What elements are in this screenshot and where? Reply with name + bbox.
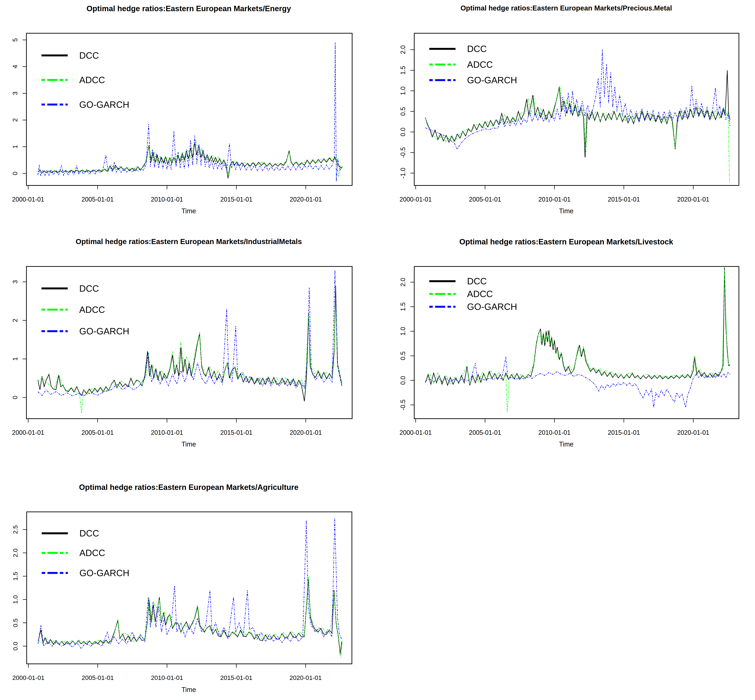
chart-canvas-energy: 2000-01-012005-01-012010-01-012015-01-01… [0, 0, 378, 233]
plot-border [414, 266, 739, 419]
x-tick-label: 2005-01-01 [469, 196, 501, 203]
x-tick-label: 2020-01-01 [290, 196, 322, 203]
x-tick-label: 2010-01-01 [151, 429, 183, 436]
x-tick-label: 2020-01-01 [290, 429, 322, 436]
legend-label-dcc: DCC [467, 44, 487, 54]
x-tick-label: 2020-01-01 [677, 196, 709, 203]
x-tick-label: 2000-01-01 [12, 674, 44, 681]
chart-panel-agriculture: Optimal hedge ratios:Eastern European Ma… [0, 466, 378, 700]
legend-label-go-garch: GO-GARCH [467, 302, 517, 312]
legend-label-adcc: ADCC [467, 59, 493, 70]
legend-label-adcc: ADCC [467, 289, 493, 299]
legend-label-go-garch: GO-GARCH [79, 100, 129, 110]
y-tick-label: 5 [11, 38, 19, 42]
x-tick-label: 2000-01-01 [12, 429, 44, 436]
y-tick-label: 2.5 [12, 525, 19, 534]
plot-border [27, 512, 352, 664]
legend-label-adcc: ADCC [80, 548, 105, 558]
x-axis-title: Time [0, 686, 378, 694]
legend-label-dcc: DCC [80, 528, 99, 538]
plot-border [27, 33, 352, 186]
series-line-dcc [38, 286, 342, 402]
y-tick-label: 1.0 [12, 595, 19, 604]
chart-canvas-livestock: 2000-01-012005-01-012010-01-012015-01-01… [378, 233, 755, 466]
chart-canvas-agriculture: 2000-01-012005-01-012010-01-012015-01-01… [0, 479, 378, 700]
y-tick-label: 0.5 [399, 107, 407, 116]
y-tick-label: 3 [11, 92, 19, 95]
x-tick-label: 2005-01-01 [81, 196, 114, 203]
chart-panel-livestock: Optimal hedge ratios:Eastern European Ma… [378, 233, 755, 466]
chart-canvas-industrial-metals: 2000-01-012005-01-012010-01-012015-01-01… [0, 233, 378, 466]
x-tick-label: 2010-01-01 [151, 674, 183, 681]
series-line-go-garch [38, 42, 342, 181]
y-tick-label: 0.5 [12, 619, 19, 627]
y-tick-label: 2 [11, 319, 19, 322]
x-tick-label: 2005-01-01 [81, 429, 114, 436]
y-tick-label: 1.5 [399, 302, 407, 311]
x-tick-label: 2005-01-01 [82, 674, 114, 681]
y-tick-label: 1 [11, 145, 19, 148]
legend-label-dcc: DCC [79, 50, 99, 61]
y-tick-label: 0.5 [399, 352, 407, 360]
legend-label-go-garch: GO-GARCH [79, 326, 129, 336]
chart-panel-industrial-metals: Optimal hedge ratios:Eastern European Ma… [0, 233, 378, 466]
y-tick-label: -0.5 [399, 147, 407, 158]
y-tick-label: 2.0 [399, 45, 407, 54]
y-tick-label: 1.0 [399, 327, 407, 336]
x-tick-label: 2020-01-01 [677, 429, 709, 436]
y-tick-label: 0.0 [399, 376, 407, 385]
y-tick-label: -0.5 [399, 399, 407, 410]
y-tick-label: -1.0 [399, 167, 407, 178]
legend-label-dcc: DCC [467, 276, 487, 286]
y-tick-label: 0 [11, 172, 19, 175]
legend-label-dcc: DCC [79, 283, 99, 294]
x-axis-title: Time [378, 207, 755, 215]
x-tick-label: 2000-01-01 [399, 196, 432, 203]
x-tick-label: 2015-01-01 [220, 429, 253, 436]
x-axis-title: Time [0, 207, 378, 215]
legend-label-adcc: ADCC [79, 305, 105, 315]
legend-label-go-garch: GO-GARCH [80, 568, 129, 578]
x-tick-label: 2010-01-01 [538, 429, 571, 436]
chart-panel-precious-metal: Optimal hedge ratios:Eastern European Ma… [378, 0, 755, 233]
y-tick-label: 3 [11, 280, 19, 284]
x-tick-label: 2005-01-01 [469, 429, 501, 436]
x-axis-title: Time [0, 441, 378, 448]
figure-grid: Optimal hedge ratios:Eastern European Ma… [0, 0, 755, 700]
y-tick-label: 0.0 [399, 128, 407, 136]
x-tick-label: 2010-01-01 [151, 196, 183, 203]
x-tick-label: 2020-01-01 [290, 674, 322, 681]
x-tick-label: 2015-01-01 [220, 674, 253, 681]
y-tick-label: 1.5 [399, 66, 407, 75]
y-tick-label: 0.0 [12, 642, 19, 650]
legend-label-go-garch: GO-GARCH [467, 75, 517, 85]
x-axis-title: Time [378, 441, 755, 448]
y-tick-label: 1.5 [12, 572, 19, 581]
x-tick-label: 2015-01-01 [608, 429, 640, 436]
y-tick-label: 2.0 [12, 548, 19, 557]
y-tick-label: 0 [11, 396, 19, 399]
x-tick-label: 2000-01-01 [12, 196, 44, 203]
series-line-dcc [38, 143, 343, 178]
y-tick-label: 1 [11, 357, 19, 361]
chart-canvas-precious-metal: 2000-01-012005-01-012010-01-012015-01-01… [378, 0, 755, 233]
x-tick-label: 2000-01-01 [399, 429, 432, 436]
y-tick-label: 2.0 [399, 278, 407, 287]
x-tick-label: 2015-01-01 [220, 196, 253, 203]
legend-label-adcc: ADCC [79, 75, 105, 85]
x-tick-label: 2015-01-01 [608, 196, 640, 203]
y-tick-label: 2 [11, 118, 19, 122]
empty-cell [378, 466, 755, 700]
y-tick-label: 4 [11, 65, 19, 69]
x-tick-label: 2010-01-01 [538, 196, 571, 203]
chart-panel-energy: Optimal hedge ratios:Eastern European Ma… [0, 0, 378, 233]
y-tick-label: 1.0 [399, 86, 407, 95]
